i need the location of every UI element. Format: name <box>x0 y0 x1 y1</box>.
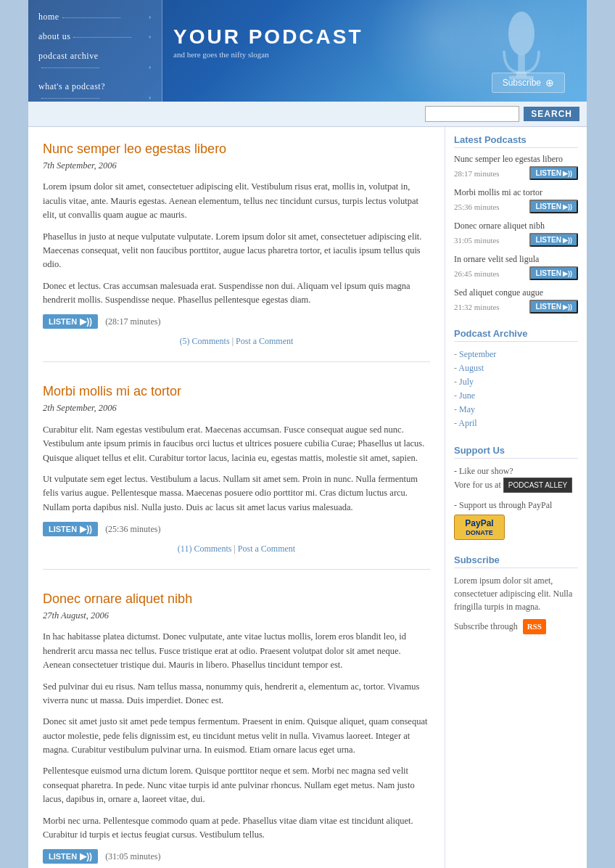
sidebar: Latest Podcasts Nunc semper leo egestas … <box>445 127 587 868</box>
archive-month-item: July <box>454 375 578 389</box>
main-content: Nunc semper leo egestas libero7th Septem… <box>28 127 445 868</box>
latest-podcasts-title: Latest Podcasts <box>454 134 578 148</box>
podcast-item-meta: 31:05 minutes LISTEN ▶)) <box>454 233 578 247</box>
archive-month-link[interactable]: June <box>459 390 475 401</box>
listen-button[interactable]: LISTEN ▶)) <box>43 849 98 864</box>
latest-podcasts-section: Latest Podcasts Nunc semper leo egestas … <box>454 134 578 314</box>
post-paragraph: Ut vulputate sem eget lectus. Vestibulum… <box>43 472 430 515</box>
podcast-duration: 21:32 minutes <box>454 303 500 311</box>
subscribe-icon: ⊕ <box>545 77 554 89</box>
support-title: Support Us <box>454 445 578 459</box>
nav-item-what's-a-podcast?[interactable]: what's a podcast?› <box>28 77 162 102</box>
subscribe-label: Subscribe <box>503 78 541 88</box>
support-text3: - Support us through PayPal <box>454 499 578 512</box>
latest-podcast-item-3: In ornare velit sed ligula 26:45 minutes… <box>454 254 578 280</box>
podcast-archive-title: Podcast Archive <box>454 328 578 342</box>
archive-month-item: May <box>454 403 578 417</box>
paypal-donate-button[interactable]: PayPal DONATE <box>454 515 505 540</box>
podcast-alley-badge[interactable]: PODCAST ALLEY <box>503 478 573 493</box>
post-title: Donec ornare aliquet nibh <box>43 591 430 607</box>
podcast-item-title: Morbi mollis mi ac tortor <box>454 187 578 198</box>
podcast-duration: 31:05 minutes <box>454 236 500 245</box>
support-text1: - Like our show? <box>454 464 578 478</box>
subscribe-section-title: Subscribe <box>454 554 578 568</box>
comments-link[interactable]: (5) Comments <box>180 336 230 346</box>
archive-month-item: June <box>454 389 578 403</box>
latest-podcast-item-2: Donec ornare aliquet nibh 31:05 minutes … <box>454 221 578 247</box>
svg-rect-1 <box>518 54 525 72</box>
post-0: Nunc semper leo egestas libero7th Septem… <box>43 142 430 362</box>
podcast-item-meta: 25:36 minutes LISTEN ▶)) <box>454 200 578 213</box>
archive-month-item: September <box>454 348 578 361</box>
post-2: Donec ornare aliquet nibh27th August, 20… <box>43 591 430 868</box>
search-button[interactable]: SEARCH <box>524 107 579 121</box>
subscribe-button[interactable]: Subscribe ⊕ <box>492 73 565 93</box>
post-date: 27th August, 2006 <box>43 609 430 623</box>
post-actions: (5) Comments | Post a Comment <box>43 336 430 347</box>
listen-button[interactable]: LISTEN ▶)) <box>43 314 98 329</box>
comments-link[interactable]: (11) Comments <box>178 544 232 554</box>
listen-small-button[interactable]: LISTEN ▶)) <box>529 233 578 247</box>
podcast-item-title: Sed aliquet congue augue <box>454 287 578 298</box>
listen-small-button[interactable]: LISTEN ▶)) <box>529 200 578 213</box>
post-actions: (11) Comments | Post a Comment <box>43 544 430 554</box>
podcast-item-meta: 28:17 minutes LISTEN ▶)) <box>454 166 578 180</box>
podcast-archive-section: Podcast Archive SeptemberAugustJulyJuneM… <box>454 328 578 430</box>
latest-podcasts-list: Nunc semper leo egestas libero 28:17 min… <box>454 154 578 314</box>
podcast-item-title: Donec ornare aliquet nibh <box>454 221 578 232</box>
post-paragraph: In hac habitasse platea dictumst. Donec … <box>43 630 430 672</box>
listen-button[interactable]: LISTEN ▶)) <box>43 522 98 536</box>
archive-month-item: April <box>454 417 578 430</box>
listen-small-button[interactable]: LISTEN ▶)) <box>529 300 578 314</box>
latest-podcast-item-0: Nunc semper leo egestas libero 28:17 min… <box>454 154 578 180</box>
post-paragraph: Donec sit amet justo sit amet pede tempu… <box>43 715 430 757</box>
post-paragraph: Morbi nec urna. Pellentesque commodo qua… <box>43 814 430 843</box>
archive-month-link[interactable]: May <box>459 404 475 414</box>
listen-label: LISTEN <box>49 852 77 861</box>
post-comment-link[interactable]: Post a Comment <box>236 336 293 346</box>
search-input[interactable] <box>425 106 519 122</box>
post-paragraph: Donec et lectus. Cras accumsan malesuada… <box>43 279 430 308</box>
post-date: 2th September, 2006 <box>43 401 430 415</box>
podcast-duration: 25:36 minutes <box>454 202 500 211</box>
post-comment-link[interactable]: Post a Comment <box>238 544 295 554</box>
site-slogan: and here goes the nifty slogan <box>173 50 363 59</box>
post-paragraph: Lorem ipsum dolor sit amet, consectetuer… <box>43 180 430 222</box>
archive-list: SeptemberAugustJulyJuneMayApril <box>454 348 578 430</box>
subscribe-through: Subscribe through RSS <box>454 619 578 634</box>
post-paragraph: Phasellus in justo at neque vulputate vu… <box>43 230 430 272</box>
post-duration: (31:05 minutes) <box>105 851 160 862</box>
listen-small-button[interactable]: LISTEN ▶)) <box>529 266 578 280</box>
site-name: Your Podcast <box>173 25 363 49</box>
support-text2: Vore for us at PODCAST ALLEY <box>454 478 578 493</box>
archive-month-link[interactable]: August <box>458 363 484 373</box>
listen-label: LISTEN <box>49 525 77 533</box>
archive-month-link[interactable]: April <box>458 418 476 428</box>
post-title: Nunc semper leo egestas libero <box>43 142 430 157</box>
posts-container: Nunc semper leo egestas libero7th Septem… <box>43 142 430 868</box>
latest-podcast-item-1: Morbi mollis mi ac tortor 25:36 minutes … <box>454 187 578 213</box>
archive-month-link[interactable]: September <box>459 349 496 359</box>
latest-podcast-item-4: Sed aliquet congue augue 21:32 minutes L… <box>454 287 578 314</box>
podcast-item-meta: 21:32 minutes LISTEN ▶)) <box>454 300 578 314</box>
main-nav: home›about us›podcast archive›what's a p… <box>28 0 162 102</box>
listen-wave-icon: ▶)) <box>80 851 92 861</box>
subscribe-text: Lorem ipsum dolor sit amet, consectetuer… <box>454 574 578 613</box>
nav-item-podcast-archive[interactable]: podcast archive› <box>28 46 162 77</box>
subscribe-section: Subscribe Lorem ipsum dolor sit amet, co… <box>454 554 578 634</box>
archive-month-item: August <box>454 361 578 375</box>
svg-point-0 <box>508 12 534 55</box>
search-bar: SEARCH <box>28 102 587 127</box>
support-section: Support Us - Like our show? Vore for us … <box>454 445 578 540</box>
post-duration: (25:36 minutes) <box>105 524 160 535</box>
rss-badge[interactable]: RSS <box>523 619 546 634</box>
post-paragraph: Pellentesque euismod urna dictum lorem. … <box>43 764 430 806</box>
site-title: Your Podcast and here goes the nifty slo… <box>173 25 363 59</box>
listen-small-button[interactable]: LISTEN ▶)) <box>529 166 578 180</box>
nav-item-home[interactable]: home› <box>28 7 162 27</box>
post-title: Morbi mollis mi ac tortor <box>43 384 430 399</box>
podcast-item-meta: 26:45 minutes LISTEN ▶)) <box>454 266 578 280</box>
nav-item-about-us[interactable]: about us› <box>28 27 162 46</box>
archive-month-link[interactable]: July <box>459 377 474 387</box>
listen-wave-icon: ▶)) <box>80 316 92 327</box>
